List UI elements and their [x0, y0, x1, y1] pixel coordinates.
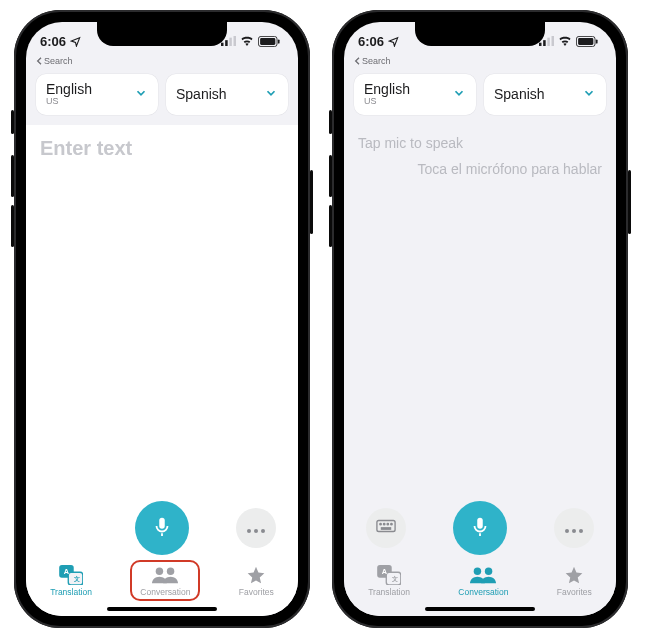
input-placeholder: Enter text — [40, 137, 284, 160]
ellipsis-icon — [247, 519, 265, 537]
text-input-area[interactable]: Enter text — [26, 125, 298, 492]
phone-conversation: 6:06 Search — [332, 10, 628, 628]
breadcrumb[interactable]: Search — [26, 56, 298, 68]
star-icon — [564, 564, 584, 586]
mic-icon — [469, 515, 491, 541]
svg-text:文: 文 — [73, 575, 80, 582]
mic-button[interactable] — [135, 501, 189, 555]
svg-rect-21 — [578, 38, 593, 45]
svg-rect-3 — [234, 36, 237, 46]
tab-translation-label: Translation — [50, 587, 92, 597]
source-language-name: English — [364, 82, 410, 97]
svg-point-15 — [167, 568, 174, 575]
conversation-area: Tap mic to speak Toca el micrófono para … — [344, 125, 616, 492]
prompt-source: Tap mic to speak — [344, 125, 616, 155]
svg-rect-5 — [260, 38, 275, 45]
svg-point-31 — [579, 529, 583, 533]
wifi-icon — [558, 36, 572, 46]
tab-bar: A文 Translation Conversation Favorites — [26, 558, 298, 616]
conversation-icon — [470, 564, 496, 586]
tab-favorites-label: Favorites — [557, 587, 592, 597]
breadcrumb[interactable]: Search — [344, 56, 616, 68]
notch — [415, 22, 545, 46]
mic-button[interactable] — [453, 501, 507, 555]
tab-conversation[interactable]: Conversation — [130, 560, 200, 601]
svg-point-36 — [474, 568, 481, 575]
status-time: 6:06 — [358, 34, 384, 49]
translation-icon: A文 — [59, 564, 83, 586]
more-button[interactable] — [554, 508, 594, 548]
tab-favorites[interactable]: Favorites — [229, 560, 284, 601]
chevron-down-icon — [264, 86, 278, 104]
svg-point-37 — [485, 568, 492, 575]
svg-rect-17 — [543, 40, 546, 46]
target-language-button[interactable]: Spanish — [166, 74, 288, 115]
bottom-panel: A文 Translation Conversation Favorites — [26, 492, 298, 616]
source-language-region: US — [364, 97, 410, 107]
tab-favorites-label: Favorites — [239, 587, 274, 597]
svg-point-14 — [156, 568, 163, 575]
location-icon — [388, 36, 399, 47]
svg-rect-6 — [278, 39, 280, 43]
battery-icon — [576, 36, 598, 47]
svg-rect-19 — [552, 36, 555, 46]
svg-point-25 — [383, 523, 384, 524]
tab-conversation[interactable]: Conversation — [448, 560, 518, 601]
chevron-down-icon — [582, 86, 596, 104]
svg-point-27 — [391, 523, 392, 524]
source-language-button[interactable]: English US — [36, 74, 158, 115]
language-selector-row: English US Spanish — [344, 68, 616, 125]
more-button[interactable] — [236, 508, 276, 548]
svg-point-9 — [261, 529, 265, 533]
target-language-name: Spanish — [494, 87, 545, 102]
svg-point-24 — [380, 523, 381, 524]
home-indicator[interactable] — [107, 607, 217, 611]
chevron-down-icon — [134, 86, 148, 104]
star-icon — [246, 564, 266, 586]
svg-rect-2 — [229, 38, 232, 46]
tab-bar: A文 Translation Conversation Favorites — [344, 558, 616, 616]
svg-rect-22 — [596, 39, 598, 43]
svg-text:A: A — [382, 567, 388, 576]
bottom-panel: A文 Translation Conversation Favorites — [344, 492, 616, 616]
svg-point-29 — [565, 529, 569, 533]
svg-point-7 — [247, 529, 251, 533]
wifi-icon — [240, 36, 254, 46]
svg-text:A: A — [64, 567, 70, 576]
svg-rect-1 — [225, 40, 228, 46]
source-language-region: US — [46, 97, 92, 107]
keyboard-button[interactable] — [366, 508, 406, 548]
target-language-name: Spanish — [176, 87, 227, 102]
svg-text:文: 文 — [391, 575, 398, 582]
svg-rect-16 — [539, 43, 542, 46]
svg-rect-18 — [547, 38, 550, 46]
mic-icon — [151, 515, 173, 541]
chevron-down-icon — [452, 86, 466, 104]
tab-translation[interactable]: A文 Translation — [358, 560, 420, 601]
home-indicator[interactable] — [425, 607, 535, 611]
conversation-icon — [152, 564, 178, 586]
svg-point-26 — [387, 523, 388, 524]
tab-conversation-label: Conversation — [458, 587, 508, 597]
svg-rect-28 — [381, 528, 390, 529]
tab-translation-label: Translation — [368, 587, 410, 597]
language-selector-row: English US Spanish — [26, 68, 298, 125]
notch — [97, 22, 227, 46]
status-time: 6:06 — [40, 34, 66, 49]
prompt-target: Toca el micrófono para hablar — [344, 155, 616, 183]
tab-translation[interactable]: A文 Translation — [40, 560, 102, 601]
phone-translation: 6:06 Search — [14, 10, 310, 628]
tab-favorites[interactable]: Favorites — [547, 560, 602, 601]
svg-rect-0 — [221, 43, 224, 46]
source-language-button[interactable]: English US — [354, 74, 476, 115]
source-language-name: English — [46, 82, 92, 97]
translation-icon: A文 — [377, 564, 401, 586]
keyboard-icon — [376, 519, 396, 537]
svg-point-8 — [254, 529, 258, 533]
svg-point-30 — [572, 529, 576, 533]
ellipsis-icon — [565, 519, 583, 537]
breadcrumb-label: Search — [362, 56, 391, 66]
breadcrumb-label: Search — [44, 56, 73, 66]
target-language-button[interactable]: Spanish — [484, 74, 606, 115]
location-icon — [70, 36, 81, 47]
